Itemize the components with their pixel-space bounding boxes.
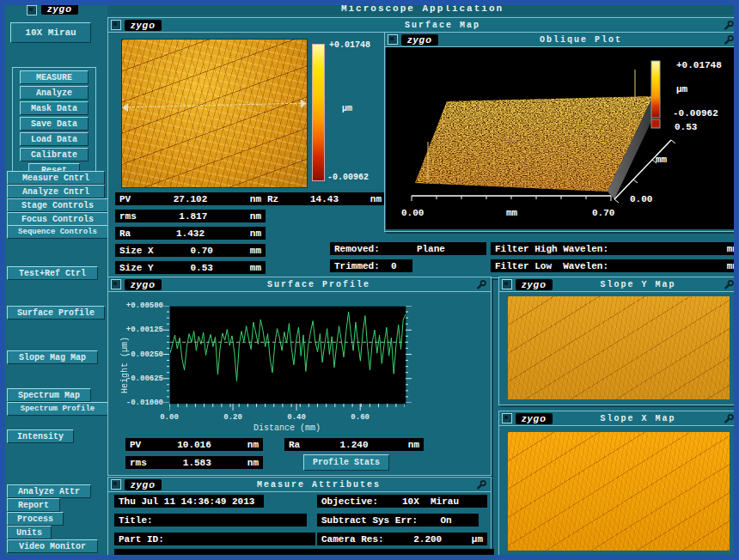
y-tick-label: +0.00125 — [110, 326, 163, 334]
window-title: Measure Attributes — [162, 480, 476, 490]
oblique-x-end: 0.70 — [592, 208, 614, 218]
oblique-y-extent: 0.53 — [675, 122, 698, 132]
stage-controls-button[interactable]: Stage Controls — [7, 198, 108, 212]
wrench-icon[interactable] — [724, 20, 735, 31]
report-button[interactable]: Report — [7, 498, 60, 512]
focus-controls-button[interactable]: Focus Controls — [7, 212, 108, 226]
wrench-icon[interactable] — [724, 34, 735, 46]
spectrum-profile-button[interactable]: Spectrum Profile — [7, 402, 108, 416]
oblique-x-start: 0.00 — [401, 208, 424, 218]
measure-button[interactable]: MEASURE — [20, 70, 88, 84]
x-tick-label: 0.40 — [284, 413, 309, 422]
analyze-attr-button[interactable]: Analyze Attr — [7, 484, 91, 498]
x-tick-label: 0.00 — [156, 413, 182, 422]
oblique-plot-window: zygo Oblique Plot — [384, 32, 739, 232]
zygo-logo: zygo — [125, 479, 162, 490]
analyze-button[interactable]: Analyze — [20, 86, 88, 100]
wrench-icon[interactable] — [724, 279, 735, 290]
measure-cntrl-button[interactable]: Measure Cntrl — [7, 171, 105, 185]
wrench-icon[interactable] — [476, 279, 487, 290]
scale-unit-label: µm — [342, 104, 352, 113]
zygo-logo: zygo — [516, 279, 553, 290]
oblique-scale-unit: µm — [676, 84, 688, 94]
camera-res-field[interactable]: Camera Res:2.200µm — [317, 533, 487, 545]
oblique-y-unit: mm — [656, 155, 668, 165]
analyze-cntrl-button[interactable]: Analyze Cntrl — [7, 185, 105, 198]
app-close-icon[interactable] — [27, 5, 37, 15]
sequence-controls-button[interactable]: Sequence Controls — [7, 225, 108, 239]
filter-low-wavelen-field[interactable]: Filter Low Wavelen:mm — [491, 259, 739, 272]
surface-map-titlebar: zygo Surface Map — [108, 18, 738, 33]
datetime-field: Thu Jul 11 14:36:49 2013 — [114, 495, 264, 508]
units-button[interactable]: Units — [7, 526, 52, 539]
mask-data-button[interactable]: Mask Data — [20, 101, 88, 115]
close-icon[interactable] — [502, 279, 512, 289]
ra-field: Ra1.432nm — [115, 227, 266, 240]
title-field[interactable]: Title: — [114, 514, 307, 527]
subtract-sys-err-field[interactable]: Subtract Sys Err:On — [317, 514, 479, 527]
profile-stats-button[interactable]: Profile Stats — [303, 454, 389, 471]
measure-attributes-titlebar: zygo Measure Attributes — [108, 478, 491, 492]
oblique-x-unit: mm — [506, 208, 518, 218]
surface-map-image[interactable] — [121, 39, 308, 188]
load-data-button[interactable]: Load Data — [20, 132, 88, 146]
slope-x-map-image — [508, 432, 730, 551]
profile-trace — [170, 312, 406, 381]
metropro-app: zygo Microscope Application 10X Mirau ME… — [0, 0, 739, 560]
save-data-button[interactable]: Save Data — [20, 117, 88, 131]
close-icon[interactable] — [502, 413, 512, 423]
x-axis-ticks — [169, 404, 405, 411]
part-id-field[interactable]: Part ID: — [114, 533, 315, 545]
scale-min-label: -0.00962 — [327, 173, 369, 182]
window-title: Surface Profile — [162, 280, 476, 289]
zygo-logo: zygo — [125, 279, 162, 290]
profile-ra-field: Ra1.240nm — [284, 438, 424, 451]
size-y-field: Size Y0.53mm — [115, 261, 266, 274]
filter-high-wavelen-field[interactable]: Filter High Wavelen:mm — [491, 242, 739, 255]
comment-bar[interactable] — [114, 549, 494, 555]
calibrate-button[interactable]: Calibrate — [20, 148, 88, 161]
oblique-plot-titlebar: zygo Oblique Plot — [385, 33, 738, 47]
window-title: Oblique Plot — [438, 35, 724, 45]
objective-field[interactable]: Objective:10X Mirau — [317, 495, 487, 508]
y-axis-ticks-right — [406, 306, 412, 403]
slope-y-map-titlebar: zygo Slope Y Map — [499, 277, 738, 292]
slope-x-map-window: zygo Slope X Map — [498, 411, 739, 557]
pv-field: PV27.102nm — [115, 192, 266, 205]
slope-mag-map-button[interactable]: Slope Mag Map — [7, 350, 98, 364]
surface-profile-button[interactable]: Surface Profile — [7, 306, 105, 320]
oblique-scale-min: -0.00962 — [673, 108, 718, 119]
test-ref-ctrl-button[interactable]: Test+Ref Ctrl — [7, 266, 98, 280]
spectrum-map-button[interactable]: Spectrum Map — [7, 388, 91, 402]
y-tick-label: -0.01000 — [110, 399, 163, 407]
oblique-scale-max: +0.01748 — [676, 60, 722, 70]
slice-left-handle[interactable] — [122, 103, 128, 112]
app-title: Microscope Application — [107, 3, 737, 15]
slope-x-map-titlebar: zygo Slope X Map — [499, 411, 738, 426]
trimmed-field[interactable]: Trimmed:0 — [330, 259, 412, 272]
close-icon[interactable] — [388, 34, 398, 45]
menu-bar: Microscope Application — [107, 3, 737, 15]
objective-button[interactable]: 10X Mirau — [10, 22, 91, 43]
rz-field: Rz14.43nm — [263, 192, 386, 205]
profile-plot-area — [169, 306, 406, 405]
close-icon[interactable] — [111, 479, 121, 490]
close-icon[interactable] — [111, 20, 121, 30]
size-x-field: Size X0.70mm — [115, 244, 266, 257]
wrench-icon[interactable] — [724, 413, 735, 424]
removed-field[interactable]: Removed:Plane — [330, 242, 486, 255]
process-button[interactable]: Process — [7, 512, 64, 526]
video-monitor-button[interactable]: Video Monitor — [7, 539, 98, 553]
x-axis-title: Distance (mm) — [169, 423, 405, 433]
intensity-button[interactable]: Intensity — [7, 429, 74, 443]
measure-button-group: MEASURE Analyze Mask Data Save Data Load… — [12, 67, 96, 180]
close-icon[interactable] — [111, 279, 121, 289]
zygo-logo: zygo — [125, 20, 162, 31]
color-scale-bar — [312, 44, 325, 181]
wrench-icon[interactable] — [476, 479, 487, 490]
slice-right-handle[interactable] — [301, 99, 307, 107]
zygo-logo: zygo — [41, 3, 78, 15]
zygo-logo: zygo — [401, 34, 438, 46]
profile-slice-line[interactable] — [124, 102, 305, 107]
rms-field: rms1.817nm — [115, 210, 266, 222]
